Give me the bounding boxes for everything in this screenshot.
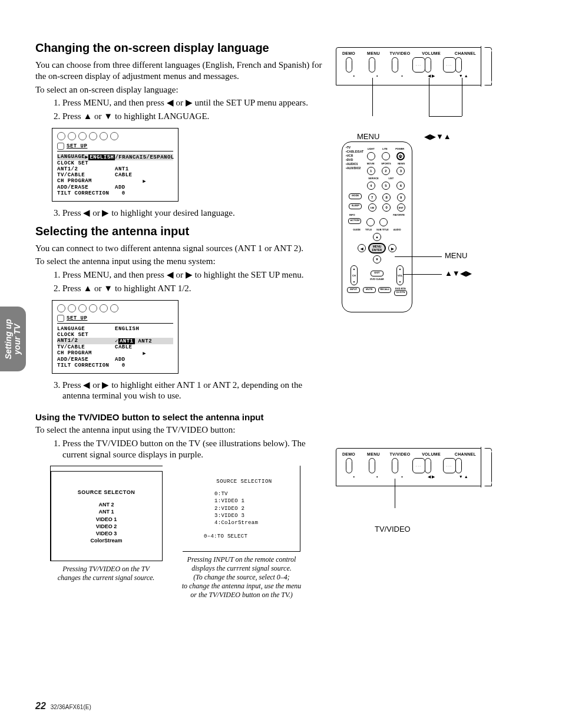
source-box-left: SOURCE SELECTON ANT 2ANT 1 VIDEO 1VIDEO … <box>47 466 165 599</box>
step-1-2: Press ▲ or ▼ to highlight LANGUAGE. <box>62 111 324 122</box>
tv-panel-illustration-top: DEMO MENU TV/VIDEO VOLUME CHANNEL ::: ::… <box>336 47 492 85</box>
para-lead-2: To select the antenna input using the me… <box>35 256 324 267</box>
tv-caption-arrows: ◀▶▼▲ <box>424 132 451 141</box>
step-2-1: Press MENU, and then press ◀ or ▶ to hig… <box>62 269 324 281</box>
step-2-3: Press ◀ or ▶ to highlight either ANT 1 o… <box>62 380 324 402</box>
remote-label-arrows: ▲▼◀▶ <box>445 269 472 278</box>
remote-illustration: •TV•CABLE/SAT•VCR •DVD•AUDIO1•AUX/DIO2 L… <box>342 141 412 312</box>
tv-caption-tvvideo: TV/VIDEO <box>375 525 411 533</box>
heading-language: Changing the on-screen display language <box>35 41 324 55</box>
osd-menu-2: SET UP LANGUAGEENGLISH CLOCK SET ANT1/2✓… <box>52 300 178 374</box>
para-intro-2: You can connect to two different antenna… <box>35 243 324 254</box>
heading-tvvideo: Using the TV/VIDEO button to select the … <box>35 412 324 422</box>
remote-label-menu: MENU <box>445 251 467 260</box>
source-box-right: SOURCE SELECTION 0:TV1:VIDEO 1 2:VIDEO 2… <box>177 466 306 599</box>
para-intro-1: You can choose from three different lang… <box>35 60 324 82</box>
heading-antenna: Selecting the antenna input <box>35 225 324 238</box>
step-1-3: Press ◀ or ▶ to highlight your desired l… <box>62 207 324 219</box>
side-tab: Setting up your TV <box>0 307 26 371</box>
osd-menu-1: SET UP LANGUAGE▶ENGLISH/FRANCAIS/ESPANOL… <box>52 128 178 202</box>
page-footer: 2232/36AFX61(E) <box>35 701 91 711</box>
step-1-1: Press MENU, and then press ◀ or ▶ until … <box>62 97 324 108</box>
tv-caption-menu: MENU <box>357 132 379 141</box>
step-2-2: Press ▲ or ▼ to highlight ANT 1/2. <box>62 283 324 294</box>
para-lead-3: To select the antenna input using the TV… <box>35 424 324 436</box>
para-lead-1: To select an on-screen display language: <box>35 84 324 95</box>
tv-panel-illustration-bottom: DEMO MENU TV/VIDEO VOLUME CHANNEL ::: ::… <box>336 448 492 486</box>
step-3-1: Press the TV/VIDEO button on the TV (see… <box>62 438 324 460</box>
